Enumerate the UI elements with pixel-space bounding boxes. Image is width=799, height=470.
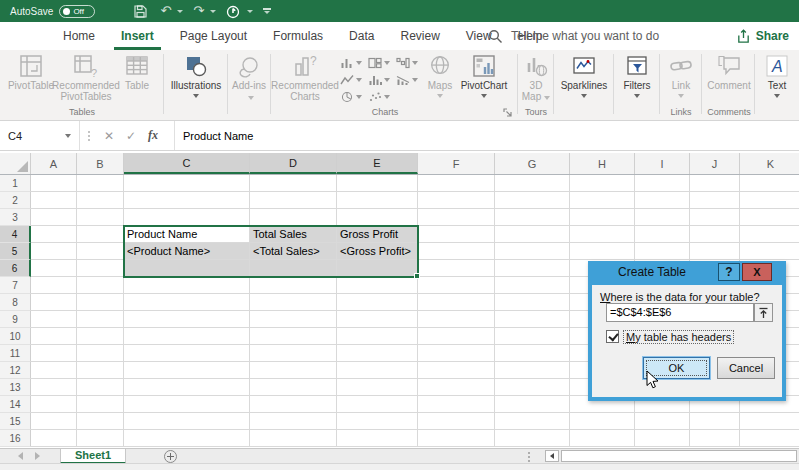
cell-B12[interactable] — [77, 362, 124, 379]
cell-G8[interactable] — [495, 294, 570, 311]
share-button[interactable]: Share — [736, 22, 789, 50]
touch-mode-dropdown-icon[interactable] — [247, 10, 253, 13]
cell-C8[interactable] — [124, 294, 250, 311]
cell-G3[interactable] — [495, 209, 570, 226]
cell-G4[interactable] — [495, 226, 570, 243]
insert-combo-chart-button[interactable] — [396, 74, 418, 86]
cell-I3[interactable] — [635, 209, 690, 226]
new-sheet-button[interactable] — [164, 450, 177, 463]
insert-hierarchy-chart-button[interactable] — [368, 57, 390, 69]
charts-dialog-launcher[interactable] — [502, 107, 513, 118]
cell-F4[interactable] — [418, 226, 495, 243]
cell-E9[interactable] — [337, 311, 418, 328]
cell-G5[interactable] — [495, 243, 570, 260]
cell-E14[interactable] — [337, 396, 418, 413]
cell-C7[interactable] — [124, 277, 250, 294]
cell-E4[interactable]: Gross Profit — [337, 226, 418, 243]
cell-K5[interactable] — [740, 243, 799, 260]
cell-J4[interactable] — [690, 226, 740, 243]
insert-statistic-chart-button[interactable] — [368, 74, 390, 86]
dialog-close-button[interactable]: X — [742, 263, 772, 281]
cell-H5[interactable] — [570, 243, 635, 260]
pivotchart-button[interactable]: PivotChart — [455, 52, 513, 98]
cell-B10[interactable] — [77, 328, 124, 345]
cell-D7[interactable] — [250, 277, 337, 294]
cell-A6[interactable] — [31, 260, 77, 277]
cell-E15[interactable] — [337, 413, 418, 430]
comment-button[interactable]: Comment — [705, 52, 753, 91]
tab-scroll-divider[interactable] — [528, 452, 530, 462]
3d-map-button[interactable]: 3D Map — [520, 52, 552, 102]
row-header-5[interactable]: 5 — [0, 243, 31, 260]
hscroll-thumb[interactable] — [561, 450, 797, 462]
cell-B3[interactable] — [77, 209, 124, 226]
cell-D14[interactable] — [250, 396, 337, 413]
cell-A8[interactable] — [31, 294, 77, 311]
tab-data[interactable]: Data — [336, 22, 387, 50]
column-header-A[interactable]: A — [31, 153, 77, 174]
filters-button[interactable]: Filters — [616, 52, 658, 98]
cell-A4[interactable] — [31, 226, 77, 243]
cell-A5[interactable] — [31, 243, 77, 260]
insert-scatter-chart-button[interactable] — [368, 91, 390, 103]
cell-B16[interactable] — [77, 430, 124, 447]
column-header-I[interactable]: I — [635, 153, 690, 174]
cell-G14[interactable] — [495, 396, 570, 413]
cell-B15[interactable] — [77, 413, 124, 430]
tab-review[interactable]: Review — [387, 22, 452, 50]
cell-A10[interactable] — [31, 328, 77, 345]
row-header-13[interactable]: 13 — [0, 379, 31, 396]
cell-G12[interactable] — [495, 362, 570, 379]
row-header-10[interactable]: 10 — [0, 328, 31, 345]
sparklines-button[interactable]: Sparklines — [557, 52, 611, 98]
column-header-H[interactable]: H — [570, 153, 635, 174]
cell-J3[interactable] — [690, 209, 740, 226]
cell-H4[interactable] — [570, 226, 635, 243]
column-header-E[interactable]: E — [337, 153, 418, 174]
cell-G9[interactable] — [495, 311, 570, 328]
my-table-has-headers-checkbox[interactable] — [606, 330, 619, 343]
cell-D1[interactable] — [250, 175, 337, 192]
cell-C5[interactable]: <Product Name> — [124, 243, 250, 260]
cell-C11[interactable] — [124, 345, 250, 362]
ok-button[interactable]: OK — [643, 357, 710, 379]
cell-A9[interactable] — [31, 311, 77, 328]
cell-D4[interactable]: Total Sales — [250, 226, 337, 243]
cell-F6[interactable] — [418, 260, 495, 277]
row-header-3[interactable]: 3 — [0, 209, 31, 226]
formula-bar-resize-handle[interactable] — [88, 131, 90, 141]
cell-E13[interactable] — [337, 379, 418, 396]
column-header-G[interactable]: G — [495, 153, 570, 174]
cell-I5[interactable] — [635, 243, 690, 260]
table-range-input[interactable]: =$C$4:$E$6 — [606, 303, 754, 322]
cell-H1[interactable] — [570, 175, 635, 192]
cell-F14[interactable] — [418, 396, 495, 413]
cell-F11[interactable] — [418, 345, 495, 362]
table-button[interactable]: Table — [116, 52, 158, 91]
illustrations-button[interactable]: Illustrations — [167, 52, 225, 98]
cell-C12[interactable] — [124, 362, 250, 379]
row-header-11[interactable]: 11 — [0, 345, 31, 362]
cell-I15[interactable] — [635, 413, 690, 430]
column-header-J[interactable]: J — [690, 153, 740, 174]
insert-pie-chart-button[interactable] — [340, 91, 362, 103]
fill-handle[interactable] — [414, 273, 420, 279]
row-header-4[interactable]: 4 — [0, 226, 31, 243]
insert-waterfall-chart-button[interactable] — [396, 57, 418, 69]
cell-B2[interactable] — [77, 192, 124, 209]
cell-C16[interactable] — [124, 430, 250, 447]
cell-C3[interactable] — [124, 209, 250, 226]
cell-I1[interactable] — [635, 175, 690, 192]
cell-G16[interactable] — [495, 430, 570, 447]
column-header-C[interactable]: C — [124, 153, 250, 174]
cell-A1[interactable] — [31, 175, 77, 192]
save-icon[interactable] — [133, 4, 148, 19]
tab-page-layout[interactable]: Page Layout — [167, 22, 260, 50]
cell-E10[interactable] — [337, 328, 418, 345]
cell-D2[interactable] — [250, 192, 337, 209]
cell-G2[interactable] — [495, 192, 570, 209]
cell-B9[interactable] — [77, 311, 124, 328]
cell-D6[interactable] — [250, 260, 337, 277]
cell-C9[interactable] — [124, 311, 250, 328]
undo-dropdown-icon[interactable] — [177, 10, 183, 13]
